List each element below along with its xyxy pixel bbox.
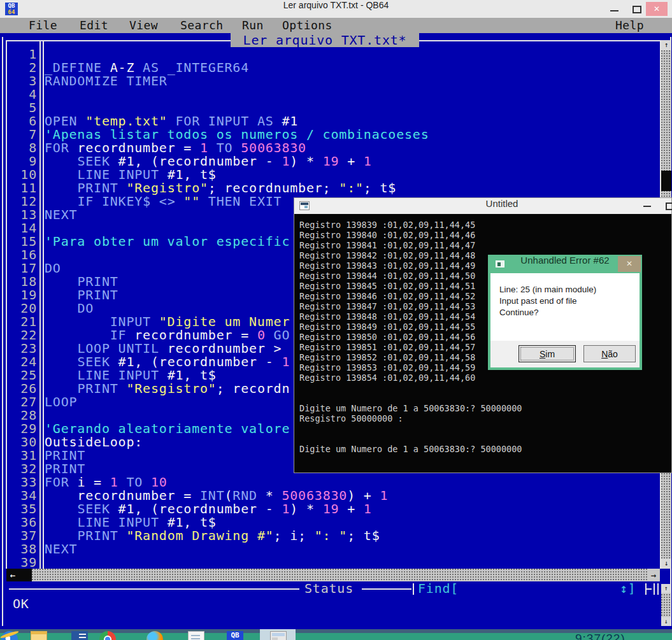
- line-number: 6: [8, 115, 37, 128]
- line-number: 13: [8, 208, 37, 222]
- code-line[interactable]: recordnumber = INT(RND * 50063830) + 1: [45, 489, 660, 502]
- code-line[interactable]: OPEN "temp.txt" FOR INPUT AS #1: [45, 115, 660, 128]
- menu-item-view[interactable]: View: [129, 18, 158, 33]
- line-number: 33: [8, 476, 37, 489]
- error-dialog[interactable]: Unhandled Error #62 ✕ Line: 25 (in main …: [488, 255, 642, 370]
- console-line: [299, 393, 671, 403]
- word-icon[interactable]: [71, 631, 88, 640]
- code-line[interactable]: NEXT: [45, 543, 660, 556]
- console-titlebar[interactable]: Untitled: [294, 198, 671, 214]
- dialog-body: Line: 25 (in main module)Input past end …: [490, 273, 640, 341]
- code-line[interactable]: FOR i = 1 TO 10: [45, 476, 660, 489]
- close-button[interactable]: ✕: [646, 2, 668, 16]
- console-line: [299, 423, 671, 434]
- line-number: 31: [8, 449, 37, 462]
- qb64-icon[interactable]: QB64: [227, 631, 243, 640]
- scroll-right-icon[interactable]: →: [647, 569, 660, 581]
- console-line: Digite um Numero de 1 a 50063830:? 50000…: [299, 403, 671, 413]
- console-line: [299, 383, 671, 393]
- find-box-right[interactable]: ↕]: [620, 582, 636, 595]
- line-number: 5: [8, 101, 37, 115]
- firefox-icon[interactable]: [147, 631, 163, 640]
- code-line[interactable]: 'Apenas listar todos os numeros / combin…: [45, 128, 660, 141]
- scroll-up-icon[interactable]: ↑: [661, 40, 671, 50]
- gutter-separator-1: [39, 40, 41, 569]
- code-line[interactable]: SEEK #1, (recordnumber - 1) * 19 + 1: [45, 502, 660, 516]
- line-number: 29: [8, 422, 37, 436]
- console-title: Untitled: [332, 198, 671, 214]
- vertical-scroll-thumb[interactable]: [661, 171, 671, 191]
- line-number: 21: [8, 315, 37, 329]
- frame-top-right: [419, 40, 661, 41]
- status-divider-mid: [362, 588, 411, 590]
- line-number: 17: [8, 262, 37, 275]
- menu-item-edit[interactable]: Edit: [80, 18, 108, 33]
- code-line[interactable]: PRINT "Registro"; recordnumber; ":"; t$: [45, 181, 660, 195]
- line-number: 38: [8, 543, 37, 556]
- maximize-icon[interactable]: [633, 6, 641, 13]
- code-line[interactable]: [45, 556, 660, 569]
- scroll-down-icon[interactable]: ↓: [661, 558, 671, 569]
- line-number: 8: [8, 141, 37, 155]
- console-line: Registro 139839 :01,02,09,11,44,45: [299, 220, 671, 230]
- status-scroll-down-icon[interactable]: ↓: [661, 617, 671, 626]
- line-number: 4: [8, 88, 37, 101]
- code-line[interactable]: _DEFINE A-Z AS _INTEGER64: [45, 61, 660, 75]
- line-number: 9: [8, 155, 37, 168]
- menu-item-search[interactable]: Search: [180, 18, 223, 33]
- frame-left-inner: [6, 40, 7, 569]
- frame-left-outer: [2, 37, 3, 626]
- qb64-titlebar[interactable]: QB64 Ler arquivo TXT.txt - QB64 ✕: [0, 0, 672, 18]
- status-right-bar-1: [654, 583, 655, 595]
- line-number: 18: [8, 275, 37, 288]
- code-line[interactable]: LINE INPUT #1, t$: [45, 516, 660, 529]
- status-divider-left: [9, 588, 299, 590]
- code-line[interactable]: LINE INPUT #1, t$: [45, 168, 660, 181]
- console-maximize-icon[interactable]: [666, 203, 672, 210]
- line-number: 20: [8, 302, 37, 315]
- find-box-label[interactable]: Find[: [418, 582, 459, 595]
- file-explorer-icon[interactable]: [31, 631, 47, 640]
- taskbar-clock: 9:37(22): [575, 632, 626, 640]
- chrome-icon[interactable]: [99, 631, 116, 640]
- taskbar[interactable]: QB64 9:37(22): [0, 629, 672, 640]
- horizontal-scroll-thumb[interactable]: [19, 569, 32, 581]
- menu-item-run[interactable]: Run: [242, 18, 264, 33]
- horizontal-scrollbar[interactable]: ← →: [6, 569, 660, 581]
- dialog-close-icon[interactable]: ✕: [618, 256, 641, 272]
- code-line[interactable]: [45, 48, 660, 61]
- line-number: 27: [8, 395, 37, 409]
- line-number: 2: [8, 61, 37, 75]
- code-line[interactable]: PRINT "Random Drawing #"; i; ": "; t$: [45, 529, 660, 543]
- line-number: 25: [8, 369, 37, 382]
- dialog-button-nao[interactable]: Não: [583, 345, 636, 362]
- menu-item-help[interactable]: Help: [615, 18, 644, 33]
- code-line[interactable]: [45, 88, 660, 101]
- status-scroll-up-icon[interactable]: ↑: [661, 584, 671, 593]
- console-line: Resgistro 50000000 :: [299, 413, 671, 423]
- minimize-icon[interactable]: [610, 10, 618, 11]
- code-line[interactable]: [45, 101, 660, 115]
- console-minimize-icon[interactable]: [643, 206, 651, 207]
- menu-item-file[interactable]: File: [29, 18, 57, 33]
- desktop: QB64 Ler arquivo TXT.txt - QB64 ✕ FileEd…: [0, 0, 672, 640]
- line-number: 15: [8, 235, 37, 248]
- code-line[interactable]: SEEK #1, (recordnumber - 1) * 19 + 1: [45, 155, 660, 168]
- notepad-icon[interactable]: [188, 631, 204, 640]
- dialog-button-sim[interactable]: Sim: [518, 345, 576, 362]
- line-number: 30: [8, 436, 37, 449]
- tab-ler-arquivo[interactable]: Ler arquivo TXT.txt*: [231, 33, 419, 47]
- scroll-left-icon[interactable]: ←: [6, 569, 19, 581]
- console-line: Registro 139841 :01,02,09,11,44,47: [299, 240, 671, 250]
- status-scrollbar[interactable]: ↑ ↓: [661, 584, 671, 626]
- qb64-program-icon[interactable]: [270, 631, 287, 640]
- menu-item-options[interactable]: Options: [282, 18, 332, 33]
- line-number: 24: [8, 355, 37, 369]
- status-message: OK: [13, 596, 29, 611]
- internet-explorer-icon[interactable]: [1, 631, 18, 640]
- line-number: 10: [8, 168, 37, 181]
- code-line[interactable]: RANDOMIZE TIMER: [45, 75, 660, 88]
- window-title: Ler arquivo TXT.txt - QB64: [0, 0, 672, 18]
- line-number: 1: [8, 48, 37, 61]
- code-line[interactable]: FOR recordnumber = 1 TO 50063830: [45, 141, 660, 155]
